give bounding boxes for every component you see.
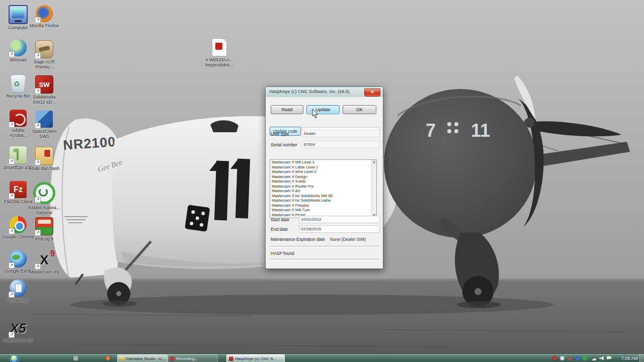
warning-tray-icon[interactable] <box>568 356 572 360</box>
taskbar-clock[interactable]: 7:08 AM <box>621 356 638 361</box>
start-date-field[interactable]: 10/31/2013 <box>299 216 380 223</box>
list-item[interactable]: Mastercam X Design <box>270 174 376 179</box>
list-item[interactable]: Mastercam X Lathe Level 1 <box>270 165 376 170</box>
icon-label: eDrawings <box>2 298 34 303</box>
dice-logo <box>185 205 210 232</box>
desktop-icon-folder[interactable]: Kode dan hash <box>28 147 60 171</box>
plant-app-icon <box>9 146 27 164</box>
desktop-icon-edrawings[interactable]: eDrawings <box>2 280 34 303</box>
haspkeye-dialog: HaspKeye (c) CNC Software, Inc. (v8.0) ✕… <box>265 86 383 269</box>
taskbar-button-camtasia[interactable]: Camtasia Studio - U... <box>117 354 168 362</box>
taskbar-button-label: Camtasia Studio - U... <box>126 356 165 361</box>
desktop-icon-sage[interactable]: Sage ACR Premiu... <box>28 40 60 69</box>
desktop-icon-mastercam-x5[interactable]: X5 Mastercam X5 <box>2 320 34 343</box>
icon-label: KmLog 9 <box>28 236 60 241</box>
end-date-field[interactable]: 02/28/2015 <box>299 225 380 233</box>
maintenance-label: Maintenance Expiration date <box>271 237 325 242</box>
desktop-icon-solidworks[interactable]: SW SolidWorks SW12 eD... <box>28 75 60 105</box>
dialog-title: HaspKeye (c) CNC Software, Inc. (v8.0) <box>269 89 350 94</box>
close-button[interactable]: ✕ <box>364 88 380 97</box>
icon-label: KMass Kasna... General <box>28 205 60 215</box>
taskbar: Camtasia Studio - U... Recording... Hasp… <box>0 353 644 362</box>
adobe-icon <box>10 110 27 127</box>
scroll-up-icon[interactable]: ▲ <box>372 160 376 164</box>
spaceclaim-icon <box>36 111 53 128</box>
dialog-body: Read Update OK Update code 103667 369991… <box>266 97 383 268</box>
taskbar-button-label: HaspKeye (c) CNC S... <box>235 356 276 361</box>
pinned-firefox-icon[interactable] <box>106 356 110 360</box>
sage-icon <box>35 40 53 58</box>
filezilla-icon: Fz <box>10 181 27 198</box>
serial-number-value: 67504 <box>302 141 380 148</box>
taskbar-button-recording[interactable]: Recording... <box>168 354 218 362</box>
ball-tray-icon[interactable] <box>560 356 565 360</box>
mastercam-x5-icon: X5 <box>10 320 27 337</box>
product-listbox[interactable]: Mastercam X Mill Level 3 Mastercam X Lat… <box>270 159 377 218</box>
ground <box>0 279 644 353</box>
list-item[interactable]: Mastercam X Router Pro <box>270 184 376 189</box>
divider <box>270 246 379 248</box>
read-button[interactable]: Read <box>271 105 303 114</box>
engine-cowl <box>384 89 537 238</box>
record-icon <box>170 356 175 361</box>
kmlog-icon <box>35 217 53 235</box>
list-item[interactable]: Mastercam X Fireplus <box>270 203 376 208</box>
hasp-status: HASP found <box>271 251 294 256</box>
blue-tray-icon[interactable] <box>575 356 580 360</box>
divider <box>270 259 379 261</box>
firefox-icon <box>36 5 53 22</box>
desktop-icon-kmlog[interactable]: KmLog 9 <box>28 217 60 241</box>
desktop-icon-firefox[interactable]: Mozilla Firefox <box>28 5 60 28</box>
list-item[interactable]: Mastercam X Wire Level 2 <box>270 169 376 174</box>
key-file-icon <box>212 38 227 56</box>
icon-label: Mozilla Firefox <box>28 23 60 28</box>
solidworks-icon: SW <box>35 75 53 94</box>
desktop: NR2100 Gee Bee 7 11 <box>0 0 644 362</box>
icon-label: Kode dan hash <box>28 166 60 171</box>
pinned-app-icon[interactable] <box>73 356 78 360</box>
computer-icon <box>9 5 28 24</box>
folder-icon <box>35 147 53 165</box>
icon-label: SolidWorks SW12 eD... <box>28 95 60 105</box>
list-item[interactable]: Mastercam X Art <box>270 189 376 194</box>
icon-label: 4 W5533AA... keyproduksi... <box>201 57 237 67</box>
desktop-icon-mastercam-x9[interactable]: X 9 Mastercam X9 <box>28 251 60 275</box>
list-item[interactable]: Mastercam X Solids <box>270 179 376 184</box>
svg-text:7: 7 <box>426 120 436 141</box>
taskbar-button-haspkeye[interactable]: HaspKeye (c) CNC S... <box>226 354 285 362</box>
list-item[interactable]: Mastercam X Mill-Turn <box>270 208 376 213</box>
recycle-bin-icon: ♻ <box>9 74 27 93</box>
globe-app-icon <box>10 39 27 56</box>
user-type-label: User type <box>271 131 289 136</box>
mouse-cursor <box>312 109 319 119</box>
update-button[interactable]: Update <box>306 105 340 114</box>
chrome-icon <box>10 216 27 233</box>
ok-button[interactable]: OK <box>343 105 376 114</box>
haspkeye-icon <box>229 356 233 361</box>
show-desktop-button[interactable] <box>639 354 644 362</box>
camtasia-icon <box>120 356 124 361</box>
volume-icon[interactable] <box>599 356 604 360</box>
end-date-label: End date <box>271 227 288 232</box>
desktop-icon-kmass[interactable]: KMass Kasna... General <box>28 182 60 215</box>
network-icon[interactable] <box>592 356 596 360</box>
icon-label: Mastercam X5 <box>2 338 34 343</box>
list-item[interactable]: Mastercam X Mill Level 3 <box>270 160 376 165</box>
user-type-value: Dealer <box>302 130 380 137</box>
list-item[interactable]: Mastercam X for SolidWorks Mill 3D <box>270 194 376 199</box>
list-item[interactable]: Mastercam X for SolidWorks Lathe <box>270 198 376 203</box>
maintenance-value: None (Dealer SIM) <box>330 237 366 242</box>
record-tray-icon[interactable] <box>552 356 557 360</box>
start-button[interactable] <box>10 354 19 362</box>
action-center-flag-icon[interactable] <box>607 356 611 360</box>
start-date-label: Start date <box>271 217 289 222</box>
green-ring-icon <box>33 182 55 204</box>
serial-number-label: Serial number <box>271 142 297 147</box>
desktop-file-key[interactable]: 4 W5533AA... keyproduksi... <box>201 38 237 67</box>
taskbar-button-label: Recording... <box>176 356 198 361</box>
dialog-titlebar[interactable]: HaspKeye (c) CNC Software, Inc. (v8.0) ✕ <box>266 87 383 98</box>
desktop-icon-spaceclaim[interactable]: SpaceClaim SW1 <box>28 111 60 139</box>
green-tray-icon[interactable] <box>583 356 587 360</box>
listbox-scrollbar[interactable]: ▲ ▼ <box>371 160 376 218</box>
svg-text:11: 11 <box>471 120 490 141</box>
